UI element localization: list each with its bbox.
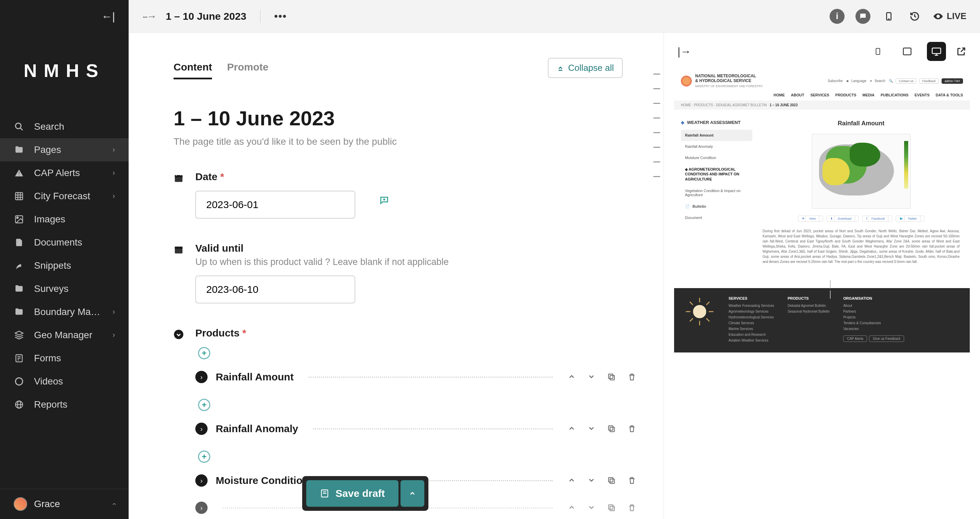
preview-footer-logo: [684, 296, 715, 327]
add-block-button[interactable]: +: [198, 347, 210, 359]
page-title[interactable]: 1 – 10 June 2023: [173, 107, 636, 130]
copy-icon[interactable]: [607, 476, 616, 485]
live-status[interactable]: LIVE: [933, 11, 966, 21]
tab-content[interactable]: Content: [173, 56, 212, 79]
sidebar-item-documents[interactable]: Documents: [0, 231, 129, 254]
collapse-all-button[interactable]: Collapse all: [548, 58, 623, 78]
move-down-icon[interactable]: [587, 476, 595, 485]
copy-icon[interactable]: [607, 424, 616, 433]
expand-icon[interactable]: ›: [195, 474, 208, 487]
expand-icon[interactable]: ›: [195, 501, 208, 514]
collapse-section-icon[interactable]: [173, 327, 185, 519]
sidebar-item-pages[interactable]: Pages ›: [0, 138, 129, 161]
save-bar: Save draft: [302, 476, 428, 511]
more-actions-icon[interactable]: •••: [274, 11, 287, 22]
brand-logo: NMHS: [0, 33, 129, 115]
sidebar-item-cap-alerts[interactable]: CAP Alerts ›: [0, 161, 129, 185]
main: ···→ 1 – 10 June 2023 ••• i LIVE: [129, 0, 980, 519]
product-block: › Rainfall Anomaly: [195, 415, 636, 442]
move-down-icon[interactable]: [587, 372, 595, 382]
preview-logo-icon: [681, 76, 692, 86]
sidebar-item-boundary[interactable]: Boundary Man… ›: [0, 300, 129, 324]
sidebar-item-city-forecast[interactable]: City Forecast ›: [0, 185, 129, 208]
info-icon[interactable]: i: [830, 9, 845, 24]
svg-rect-35: [610, 506, 614, 511]
svg-rect-2: [16, 193, 23, 200]
field-date: Date*: [173, 171, 636, 219]
sidebar-item-forms[interactable]: Forms: [0, 347, 129, 370]
preview-panel: |→ NATIONAL METE: [663, 33, 980, 519]
tab-promote[interactable]: Promote: [227, 56, 269, 79]
chevron-up-icon: ›: [109, 503, 118, 505]
sidebar-item-images[interactable]: Images: [0, 208, 129, 231]
add-block-button[interactable]: +: [198, 399, 210, 411]
chevron-right-icon: ›: [113, 308, 115, 316]
comments-icon[interactable]: [856, 9, 870, 24]
breadcrumb-nav-icon[interactable]: ···→: [142, 11, 156, 22]
move-up-icon[interactable]: [568, 476, 576, 485]
panel-resize-handle[interactable]: [829, 279, 832, 300]
svg-rect-33: [610, 479, 614, 484]
separator: [260, 10, 261, 23]
avatar: [14, 497, 27, 511]
delete-icon[interactable]: [627, 372, 636, 382]
device-mobile[interactable]: [869, 42, 888, 61]
preview-frame[interactable]: NATIONAL METEOROLOGICAL & HYDROLOGICAL S…: [664, 70, 980, 519]
svg-line-1: [21, 128, 23, 131]
add-comment-icon[interactable]: [379, 195, 389, 206]
calendar-icon: [173, 243, 185, 303]
chevron-right-icon: ›: [113, 169, 115, 177]
delete-icon[interactable]: [627, 424, 636, 433]
chevron-right-icon: ›: [113, 331, 115, 340]
document-icon: [14, 237, 24, 248]
delete-icon[interactable]: [627, 503, 636, 512]
mobile-icon[interactable]: [881, 9, 896, 24]
sidebar-collapse-icon[interactable]: ←|: [102, 10, 115, 23]
chevron-right-icon: ›: [113, 145, 115, 154]
breadcrumb-title[interactable]: 1 – 10 June 2023: [166, 11, 247, 22]
open-new-window-icon[interactable]: [956, 46, 966, 56]
sidebar-item-surveys[interactable]: Surveys: [0, 277, 129, 300]
move-up-icon[interactable]: [568, 503, 576, 512]
toggle-side-panel-icon[interactable]: |→: [678, 45, 691, 58]
move-down-icon[interactable]: [587, 503, 595, 512]
collapse-icon: [557, 64, 564, 72]
move-down-icon[interactable]: [587, 424, 595, 433]
warning-icon: [14, 168, 24, 179]
form-icon: [14, 353, 24, 364]
device-desktop[interactable]: [927, 42, 946, 61]
field-valid-until: Valid until Up to when is this product v…: [173, 243, 636, 303]
save-draft-button[interactable]: Save draft: [306, 480, 398, 507]
svg-rect-36: [608, 505, 613, 509]
copy-icon[interactable]: [607, 372, 616, 382]
valid-until-input[interactable]: [195, 276, 355, 303]
grid-icon: [14, 191, 24, 201]
folder-icon: [14, 283, 24, 294]
minimap[interactable]: [650, 73, 663, 177]
svg-line-47: [706, 318, 710, 321]
sidebar-item-geo[interactable]: Geo Manager ›: [0, 324, 129, 347]
device-tablet[interactable]: [898, 42, 917, 61]
delete-icon[interactable]: [627, 476, 636, 485]
required-mark: *: [242, 327, 247, 339]
svg-point-50: [694, 306, 705, 317]
svg-rect-29: [610, 375, 614, 380]
copy-icon[interactable]: [607, 503, 616, 512]
move-up-icon[interactable]: [568, 372, 576, 382]
sidebar-item-snippets[interactable]: Snippets: [0, 254, 129, 277]
sidebar-item-reports[interactable]: Reports: [0, 393, 129, 416]
save-options-toggle[interactable]: [401, 480, 424, 507]
add-block-button[interactable]: +: [198, 450, 210, 463]
sidebar-item-videos[interactable]: Videos: [0, 370, 129, 393]
history-icon[interactable]: [907, 9, 922, 24]
expand-icon[interactable]: ›: [195, 371, 208, 383]
svg-line-46: [690, 302, 693, 305]
sidebar-user[interactable]: Grace ›: [0, 489, 129, 519]
svg-line-48: [690, 318, 693, 321]
required-mark: *: [220, 171, 224, 182]
svg-rect-30: [608, 374, 613, 378]
date-input[interactable]: [195, 191, 355, 219]
expand-icon[interactable]: ›: [195, 423, 208, 435]
sidebar-search[interactable]: Search: [0, 115, 129, 138]
move-up-icon[interactable]: [568, 424, 576, 433]
